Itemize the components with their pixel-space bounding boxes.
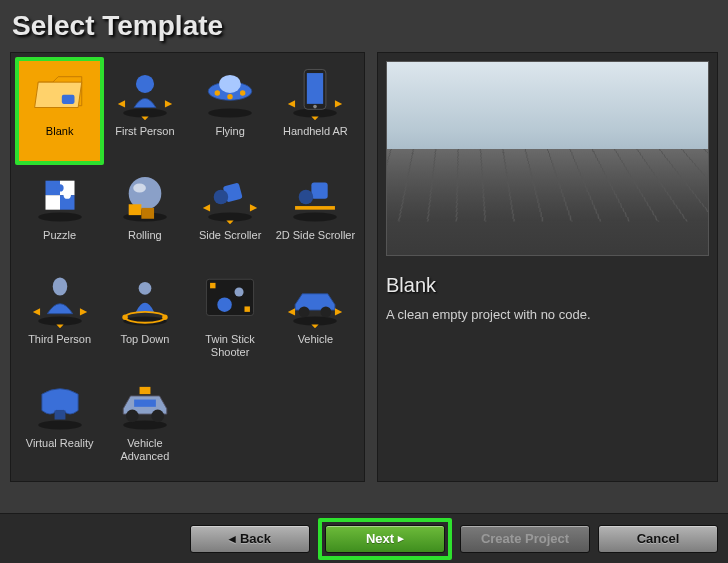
svg-point-6 (215, 90, 220, 95)
svg-point-19 (63, 192, 70, 199)
template-blank[interactable]: Blank (17, 59, 102, 163)
template-vehicle[interactable]: Vehicle (273, 267, 358, 371)
template-label: Puzzle (43, 229, 76, 242)
template-rolling[interactable]: Rolling (102, 163, 187, 267)
svg-point-46 (321, 306, 332, 317)
run-icon (198, 167, 262, 227)
svg-rect-11 (307, 73, 323, 104)
template-top-down[interactable]: Top Down (102, 267, 187, 371)
svg-point-47 (38, 420, 82, 429)
create-label: Create Project (481, 531, 569, 546)
svg-point-52 (151, 410, 164, 423)
twinstick-icon (198, 271, 262, 331)
svg-rect-43 (245, 306, 250, 311)
template-first-person[interactable]: First Person (102, 59, 187, 163)
svg-rect-48 (54, 410, 65, 419)
svg-point-32 (38, 316, 82, 325)
template-third-person[interactable]: Third Person (17, 267, 102, 371)
next-button[interactable]: Next ▸ (325, 525, 445, 553)
template-vehicle-advanced[interactable]: Vehicle Advanced (102, 371, 187, 475)
svg-point-28 (294, 212, 338, 221)
cancel-label: Cancel (637, 531, 680, 546)
template-label: Vehicle (298, 333, 333, 346)
template-puzzle[interactable]: Puzzle (17, 163, 102, 267)
svg-point-51 (126, 410, 139, 423)
template-2d-side-scroller[interactable]: 2D Side Scroller (273, 163, 358, 267)
template-flying[interactable]: Flying (188, 59, 273, 163)
topdown-icon (113, 271, 177, 331)
template-preview (386, 61, 709, 256)
pawn-icon (113, 63, 177, 123)
svg-point-33 (52, 277, 67, 295)
template-label: Third Person (28, 333, 91, 346)
svg-rect-29 (312, 183, 328, 199)
puzzle-icon (28, 167, 92, 227)
chevron-left-icon: ◂ (229, 531, 236, 546)
template-label: Handheld AR (283, 125, 348, 138)
svg-point-37 (122, 315, 127, 320)
next-label: Next (366, 531, 394, 546)
details-panel: Blank A clean empty project with no code… (377, 52, 718, 482)
svg-rect-42 (210, 283, 215, 288)
ufo-icon (198, 63, 262, 123)
svg-point-30 (299, 190, 314, 205)
detail-title: Blank (386, 274, 709, 297)
svg-point-25 (208, 212, 252, 221)
template-label: Top Down (120, 333, 169, 346)
back-button[interactable]: ◂ Back (190, 525, 310, 553)
svg-point-38 (162, 315, 167, 320)
svg-rect-0 (61, 95, 74, 104)
template-label: Virtual Reality (26, 437, 94, 450)
folder-icon (28, 63, 92, 123)
caradv-icon (113, 375, 177, 435)
svg-rect-53 (139, 387, 150, 394)
svg-point-7 (227, 94, 232, 99)
chevron-right-icon: ▸ (398, 532, 404, 545)
svg-point-27 (214, 190, 229, 205)
template-label: Side Scroller (199, 229, 261, 242)
create-project-button[interactable]: Create Project (460, 525, 590, 553)
svg-point-41 (235, 287, 244, 296)
svg-rect-31 (295, 206, 335, 210)
svg-point-49 (123, 420, 167, 429)
svg-point-18 (56, 184, 63, 191)
template-label: Twin Stick Shooter (190, 333, 271, 359)
detail-description: A clean empty project with no code. (386, 307, 709, 322)
svg-point-45 (299, 306, 310, 317)
svg-rect-16 (45, 195, 60, 210)
template-label: Blank (46, 125, 74, 138)
template-label: First Person (115, 125, 174, 138)
car-icon (283, 271, 347, 331)
main-area: BlankFirst PersonFlyingHandheld ARPuzzle… (10, 52, 718, 482)
svg-rect-50 (134, 400, 156, 407)
svg-point-2 (136, 75, 154, 93)
svg-point-35 (139, 282, 152, 295)
template-twin-stick-shooter[interactable]: Twin Stick Shooter (188, 267, 273, 371)
svg-rect-24 (141, 208, 154, 219)
back-label: Back (240, 531, 271, 546)
phone-icon (283, 63, 347, 123)
tp-icon (28, 271, 92, 331)
page-title: Select Template (10, 10, 718, 42)
template-label: Flying (215, 125, 244, 138)
template-label: 2D Side Scroller (276, 229, 355, 242)
ball-icon (113, 167, 177, 227)
svg-point-1 (123, 108, 167, 117)
svg-point-40 (217, 297, 232, 312)
template-side-scroller[interactable]: Side Scroller (188, 163, 273, 267)
run2d-icon (283, 167, 347, 227)
template-virtual-reality[interactable]: Virtual Reality (17, 371, 102, 475)
template-grid: BlankFirst PersonFlyingHandheld ARPuzzle… (10, 52, 365, 482)
svg-point-5 (219, 75, 241, 93)
svg-point-22 (133, 183, 146, 192)
cancel-button[interactable]: Cancel (598, 525, 718, 553)
svg-point-8 (240, 90, 245, 95)
svg-point-3 (208, 108, 252, 117)
svg-point-12 (314, 105, 318, 109)
svg-point-44 (294, 316, 338, 325)
template-handheld-ar[interactable]: Handheld AR (273, 59, 358, 163)
footer: ◂ Back Next ▸ Create Project Cancel (0, 513, 728, 563)
svg-point-13 (38, 212, 82, 221)
template-label: Vehicle Advanced (104, 437, 185, 463)
svg-rect-23 (129, 204, 142, 215)
